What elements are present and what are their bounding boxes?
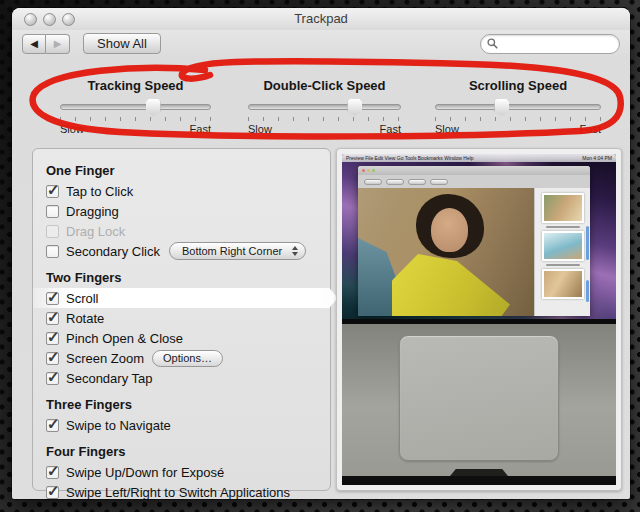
gesture-label-drag-lock: Drag Lock	[66, 224, 125, 239]
slider-ticks-scrolling-speed	[435, 117, 601, 121]
gesture-label-swipe-left-right-to-switch-applications: Swipe Left/Right to Switch Applications	[66, 485, 290, 500]
checkbox-swipe-to-navigate[interactable]	[46, 419, 59, 432]
options-button[interactable]: Options…	[152, 350, 223, 367]
secondary-click-dropdown[interactable]: Bottom Right Corner	[169, 242, 306, 260]
slider-label-double-click-speed: Double-Click Speed	[248, 78, 401, 93]
gesture-label-pinch-open-close: Pinch Open & Close	[66, 331, 183, 346]
forward-button[interactable]: ▶	[46, 34, 70, 54]
slider-track-tracking-speed[interactable]	[60, 104, 211, 110]
nav-buttons: ◀ ▶	[22, 34, 70, 54]
checkbox-secondary-click[interactable]	[46, 245, 59, 258]
gesture-label-tap-to-click: Tap to Click	[66, 184, 133, 199]
demo-preview-titlebar	[358, 166, 590, 175]
gesture-row-swipe-up-down-for-expos[interactable]: Swipe Up/Down for Exposé	[33, 462, 330, 482]
demo-desktop-screen: Preview File Edit View Go Tools Bookmark…	[342, 154, 616, 319]
slider-minmax-scrolling-speed: SlowFast	[435, 123, 601, 135]
search-field[interactable]	[480, 34, 620, 54]
slider-scrolling-speed: Scrolling SpeedSlowFast	[435, 78, 601, 135]
demo-close-icon	[362, 169, 365, 172]
checkbox-screen-zoom[interactable]	[46, 352, 59, 365]
demo-thumbnail-caption	[546, 264, 580, 266]
gesture-label-secondary-click: Secondary Click	[66, 244, 160, 259]
slider-tracking-speed: Tracking SpeedSlowFast	[60, 78, 211, 135]
demo-preview-body	[358, 188, 590, 316]
demo-photo-woman	[358, 188, 534, 316]
search-input[interactable]	[498, 38, 613, 50]
checkbox-swipe-up-down-for-expos[interactable]	[46, 466, 59, 479]
demo-scrollbar	[586, 226, 589, 260]
demo-thumbnail-caption	[546, 226, 580, 228]
demo-thumbnail	[542, 231, 584, 261]
demo-video[interactable]: Preview File Edit View Go Tools Bookmark…	[336, 148, 622, 491]
demo-video-bottom-bar	[342, 476, 616, 485]
demo-scrollbar	[586, 280, 589, 302]
demo-preview-window	[358, 166, 590, 316]
slider-max-label: Fast	[190, 123, 211, 135]
demo-menu-items: Preview File Edit View Go Tools Bookmark…	[346, 155, 474, 161]
demo-photo-yellow-shirt	[392, 254, 510, 316]
slider-thumb-double-click-speed[interactable]	[347, 99, 362, 116]
demo-toolbar-button	[364, 179, 382, 185]
checkbox-swipe-left-right-to-switch-applications[interactable]	[46, 486, 59, 499]
checkbox-drag-lock	[46, 225, 59, 238]
demo-toolbar-button	[408, 179, 426, 185]
demo-menu-bar: Preview File Edit View Go Tools Bookmark…	[342, 154, 616, 162]
gesture-row-secondary-click[interactable]: Secondary ClickBottom Right Corner	[33, 241, 330, 261]
updown-arrows-icon	[292, 246, 298, 256]
dropdown-selected-value: Bottom Right Corner	[182, 245, 282, 257]
slider-thumb-tracking-speed[interactable]	[146, 99, 161, 116]
gesture-row-secondary-tap[interactable]: Secondary Tap	[33, 368, 330, 388]
section-header-two-fingers: Two Fingers	[46, 270, 330, 285]
slider-track-double-click-speed[interactable]	[248, 104, 401, 110]
gesture-row-pinch-open-close[interactable]: Pinch Open & Close	[33, 328, 330, 348]
checkbox-dragging[interactable]	[46, 205, 59, 218]
checkbox-scroll[interactable]	[46, 292, 59, 305]
gesture-row-screen-zoom[interactable]: Screen ZoomOptions…	[33, 348, 330, 368]
gesture-label-scroll: Scroll	[66, 291, 99, 306]
gesture-label-rotate: Rotate	[66, 311, 104, 326]
gesture-row-rotate[interactable]: Rotate	[33, 308, 330, 328]
window-title: Trackpad	[12, 8, 630, 30]
checkbox-tap-to-click[interactable]	[46, 185, 59, 198]
gesture-row-tap-to-click[interactable]: Tap to Click	[33, 181, 330, 201]
title-bar[interactable]: Trackpad	[12, 8, 630, 30]
slider-max-label: Fast	[380, 123, 401, 135]
back-button[interactable]: ◀	[22, 34, 46, 54]
slider-label-scrolling-speed: Scrolling Speed	[435, 78, 601, 93]
demo-thumbnail	[542, 269, 584, 299]
gesture-label-swipe-up-down-for-expos: Swipe Up/Down for Exposé	[66, 465, 224, 480]
gesture-row-scroll[interactable]: Scroll	[33, 288, 330, 308]
gesture-row-drag-lock[interactable]: Drag Lock	[33, 221, 330, 241]
slider-min-label: Slow	[435, 123, 459, 135]
section-header-one-finger: One Finger	[46, 163, 330, 178]
toolbar: ◀ ▶ Show All	[22, 31, 620, 56]
slider-double-click-speed: Double-Click SpeedSlowFast	[248, 78, 401, 135]
slider-min-label: Slow	[60, 123, 84, 135]
gesture-label-dragging: Dragging	[66, 204, 119, 219]
slider-max-label: Fast	[580, 123, 601, 135]
demo-toolbar-button	[386, 179, 404, 185]
checkbox-rotate[interactable]	[46, 312, 59, 325]
preferences-window: Trackpad ◀ ▶ Show All Tracking SpeedSlow…	[12, 8, 630, 499]
gesture-label-secondary-tap: Secondary Tap	[66, 371, 153, 386]
gesture-label-screen-zoom: Screen Zoom	[66, 351, 144, 366]
slider-minmax-tracking-speed: SlowFast	[60, 123, 211, 135]
gesture-pane: One FingerTap to ClickDraggingDrag LockS…	[32, 148, 331, 491]
demo-zoom-icon	[372, 169, 375, 172]
slider-min-label: Slow	[248, 123, 272, 135]
demo-trackpad-notch	[450, 469, 508, 476]
checkbox-secondary-tap[interactable]	[46, 372, 59, 385]
slider-thumb-scrolling-speed[interactable]	[494, 99, 509, 116]
gesture-row-swipe-to-navigate[interactable]: Swipe to Navigate	[33, 415, 330, 435]
section-header-four-fingers: Four Fingers	[46, 444, 330, 459]
demo-thumbnail	[542, 193, 584, 223]
gesture-row-dragging[interactable]: Dragging	[33, 201, 330, 221]
demo-toolbar-button	[430, 179, 448, 185]
demo-menu-clock: Mon 4:04 PM	[582, 155, 612, 161]
show-all-button[interactable]: Show All	[83, 33, 161, 54]
checkbox-pinch-open-close[interactable]	[46, 332, 59, 345]
demo-photo-face	[431, 208, 468, 252]
slider-track-scrolling-speed[interactable]	[435, 104, 601, 110]
slider-ticks-tracking-speed	[60, 117, 211, 121]
gesture-row-swipe-left-right-to-switch-applications[interactable]: Swipe Left/Right to Switch Applications	[33, 482, 330, 502]
